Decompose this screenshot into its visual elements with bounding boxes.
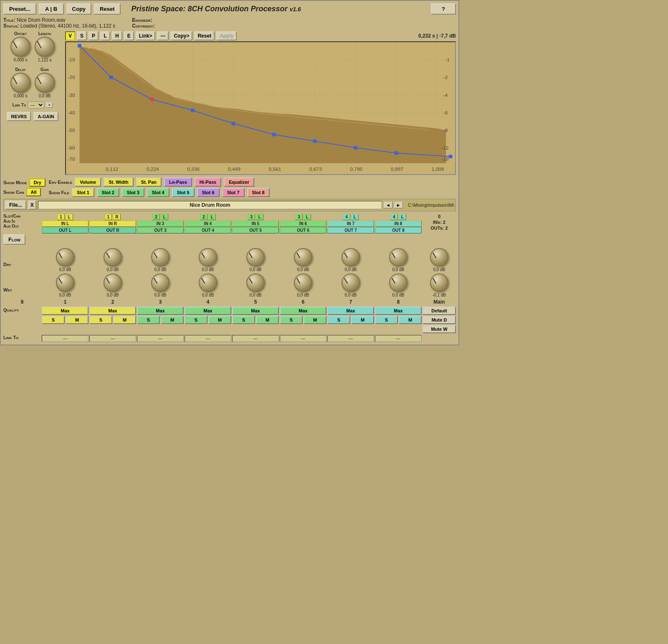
st-width-btn[interactable]: St. Width — [104, 177, 134, 187]
linkto-5[interactable]: --- — [232, 335, 279, 342]
slot4-btn[interactable]: Slot 4 — [147, 188, 170, 197]
dry-section: Dry 0,0 dB 0,0 dB 0,0 dB 0,0 dB 0,0 dB 0… — [3, 248, 456, 272]
s-btn-7[interactable]: S — [327, 316, 350, 324]
quality-slot-6: Max S M — [280, 307, 326, 333]
linkto-4[interactable]: --- — [185, 335, 231, 342]
graph-canvas[interactable]: -10 -20 -30 -40 -50 -60 -70 -1 -2 -4 -6 … — [65, 41, 456, 175]
s-btn-6[interactable]: S — [280, 316, 303, 324]
revrs-button[interactable]: REVRS — [7, 112, 31, 121]
help-button[interactable]: ? — [431, 3, 456, 15]
dry-knob-1: 0,0 dB — [42, 248, 89, 272]
again-button[interactable]: A-GAIN — [33, 112, 58, 121]
default-btn[interactable]: Default — [423, 307, 456, 315]
copy-button[interactable]: Copy — [66, 3, 92, 15]
top-bar: Preset... A | B Copy Reset Pristine Spac… — [3, 3, 456, 15]
slot3-btn[interactable]: Slot 3 — [122, 188, 144, 197]
quality-row: Quality Max S M Max S M Max S M — [3, 307, 456, 333]
s-btn-5[interactable]: S — [232, 316, 255, 324]
s-btn-1[interactable]: S — [42, 316, 65, 324]
s-btn-2[interactable]: S — [89, 316, 112, 324]
graph-reset-btn[interactable]: Reset — [194, 31, 215, 41]
wet-knob-1: 0,0 dB — [42, 274, 89, 297]
linkto-6[interactable]: --- — [280, 335, 326, 342]
graph-apply-btn[interactable]: Apply — [216, 31, 237, 41]
graph-btn-e[interactable]: E — [124, 31, 134, 41]
linkto-1[interactable]: --- — [42, 335, 89, 342]
svg-text:-10: -10 — [68, 57, 75, 63]
svg-rect-19 — [191, 109, 195, 112]
bottom-buttons: REVRS A-GAIN — [7, 112, 58, 121]
svg-text:0,897: 0,897 — [391, 166, 403, 172]
svg-text:-12: -12 — [441, 145, 448, 150]
info-row: Title: Nice Drum Room.wav Status: Loaded… — [3, 17, 456, 29]
graph-btn-h[interactable]: H — [112, 31, 122, 41]
svg-text:-1: -1 — [445, 57, 450, 63]
slot6-btn[interactable]: Slot 6 — [197, 188, 220, 197]
graph-btn-v[interactable]: V — [65, 31, 75, 41]
linkto-7[interactable]: --- — [327, 335, 374, 342]
slot2-btn[interactable]: Slot 2 — [97, 188, 119, 197]
slot7-btn[interactable]: Slot 7 — [222, 188, 245, 197]
link-to-select[interactable]: --- — [28, 101, 44, 109]
link-btn[interactable]: Link> — [136, 31, 156, 41]
hi-pass-btn[interactable]: Hi-Pass — [195, 177, 221, 187]
linkto-8[interactable]: --- — [375, 335, 422, 342]
show-mode-section: Show Mode Dry Show Chn All — [3, 178, 46, 196]
slot1-btn[interactable]: Slot 1 — [72, 188, 94, 197]
gain-knob[interactable] — [35, 73, 55, 93]
dry-knob-5: 0,0 dB — [232, 248, 279, 272]
preset-button[interactable]: Preset... — [3, 3, 36, 15]
volume-btn[interactable]: Volume — [75, 177, 101, 187]
graph-copy-btn[interactable]: Copy> — [170, 31, 192, 41]
quality-slot-7: Max S M — [327, 307, 374, 333]
show-mode-btn[interactable]: Dry — [29, 178, 45, 187]
m-btn-3[interactable]: M — [161, 316, 184, 324]
s-btn-8[interactable]: S — [375, 316, 398, 324]
m-btn-8[interactable]: M — [399, 316, 422, 324]
graph-btn-p[interactable]: P — [89, 31, 99, 41]
show-chn-btn[interactable]: All — [26, 188, 40, 196]
slot-numbers: 8 1 2 3 4 5 6 7 8 Main — [3, 299, 456, 305]
graph-btn-l[interactable]: L — [100, 31, 110, 41]
m-btn-2[interactable]: M — [113, 316, 136, 324]
delay-knob[interactable] — [10, 73, 30, 93]
quality-slot-4: Max S M — [185, 307, 231, 333]
s-btn-3[interactable]: S — [137, 316, 160, 324]
offset-length-row: Offset 0,000 s Length 1,122 s — [10, 31, 55, 62]
flow-button[interactable]: Flow — [3, 234, 25, 245]
file-nav-left[interactable]: ◄ — [384, 202, 392, 208]
m-btn-6[interactable]: M — [304, 316, 326, 324]
m-btn-7[interactable]: M — [351, 316, 374, 324]
length-knob[interactable] — [35, 37, 55, 57]
m-btn-1[interactable]: M — [66, 316, 89, 324]
slot5-btn[interactable]: Slot 5 — [172, 188, 195, 197]
quality-slot-1: Max S M — [42, 307, 89, 333]
main-section: Offset 0,000 s Length 1,122 s Delay 0,00… — [3, 31, 456, 175]
svg-rect-22 — [313, 139, 317, 143]
reset-button[interactable]: Reset — [94, 3, 120, 15]
file-nav-right[interactable]: ► — [394, 202, 403, 208]
linkto-2[interactable]: --- — [89, 335, 136, 342]
offset-knob[interactable] — [10, 37, 30, 57]
dry-knob-8: 0,0 dB — [375, 248, 422, 272]
s-btn-4[interactable]: S — [185, 316, 207, 324]
dry-knob-3: 0,0 dB — [137, 248, 184, 272]
file-x-button[interactable]: X — [28, 200, 36, 210]
st-pan-btn[interactable]: St. Pan — [136, 177, 162, 187]
m-btn-4[interactable]: M — [208, 316, 231, 324]
graph-btn-s[interactable]: S — [77, 31, 87, 41]
m-btn-5[interactable]: M — [256, 316, 279, 324]
svg-text:-20: -20 — [68, 75, 75, 80]
ab-button[interactable]: A | B — [39, 3, 64, 15]
svg-text:0,561: 0,561 — [269, 166, 281, 172]
plus-button[interactable]: + — [46, 102, 53, 108]
lo-pass-btn[interactable]: Lo-Pass — [164, 177, 192, 187]
wet-knob-3: 0,0 dB — [137, 274, 184, 297]
mute-d-btn[interactable]: Mute D — [423, 316, 456, 324]
dry-knob-4: 0,0 dB — [185, 248, 231, 272]
mute-w-btn[interactable]: Mute W — [423, 325, 456, 333]
equalizer-btn[interactable]: Equalizer — [224, 177, 254, 187]
linkto-3[interactable]: --- — [137, 335, 184, 342]
slot8-btn[interactable]: Slot 8 — [247, 188, 270, 197]
file-button[interactable]: File... — [5, 200, 26, 210]
